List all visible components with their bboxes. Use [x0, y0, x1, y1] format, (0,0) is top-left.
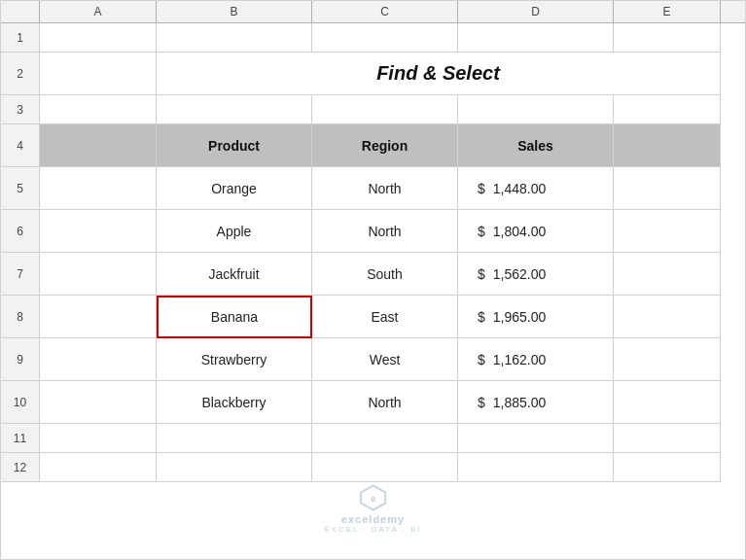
dollar-5: $ [478, 395, 485, 410]
page-title: Find & Select [157, 52, 721, 95]
col-header-a[interactable]: A [40, 1, 157, 22]
cell-sales-3[interactable]: $ 1,965.00 [458, 296, 614, 338]
dollar-1: $ [478, 224, 485, 239]
corner-cell [1, 1, 40, 22]
sales-value-1: 1,804.00 [493, 224, 547, 239]
row-6: 6 Apple North $ 1,804.00 [1, 210, 745, 253]
cell-9a[interactable] [40, 338, 157, 381]
row-num-11: 11 [1, 424, 40, 453]
exceldemy-logo-icon: e [359, 484, 386, 511]
row-9: 9 Strawberry West $ 1,162.00 [1, 338, 745, 381]
col-header-d[interactable]: D [458, 1, 614, 22]
cell-product-1[interactable]: Apple [157, 210, 312, 253]
row-num-4: 4 [1, 124, 40, 167]
cell-11c[interactable] [312, 424, 458, 453]
row-num-8: 8 [1, 296, 40, 338]
cell-11d[interactable] [458, 424, 614, 453]
sales-value-2: 1,562.00 [493, 266, 547, 282]
cell-product-4[interactable]: Strawberry [157, 338, 312, 381]
cell-product-0[interactable]: Orange [157, 167, 312, 210]
cell-product-3-highlighted[interactable]: Banana [157, 296, 312, 338]
cell-1b[interactable] [157, 23, 312, 52]
row-num-10: 10 [1, 381, 40, 424]
row-num-6: 6 [1, 210, 40, 253]
row-num-9: 9 [1, 338, 40, 381]
row-4-header: 4 Product Region Sales [1, 124, 745, 167]
cell-6e[interactable] [614, 210, 721, 253]
row-5: 5 Orange North $ 1,448.00 [1, 167, 745, 210]
sales-value-0: 1,448.00 [493, 181, 547, 196]
cell-region-3[interactable]: East [312, 296, 458, 338]
sales-value-3: 1,965.00 [493, 309, 547, 325]
col-header-e[interactable]: E [614, 1, 721, 22]
cell-region-4[interactable]: West [312, 338, 458, 381]
watermark-sub: EXCEL · DATA · BI [324, 525, 422, 534]
row-num-3: 3 [1, 95, 40, 124]
cell-sales-4[interactable]: $ 1,162.00 [458, 338, 614, 381]
cell-1a[interactable] [40, 23, 157, 52]
cell-12d[interactable] [458, 453, 614, 482]
cell-1d[interactable] [458, 23, 614, 52]
col-product-header[interactable]: Product [157, 124, 312, 167]
row-num-2: 2 [1, 52, 40, 95]
cell-sales-0[interactable]: $ 1,448.00 [458, 167, 614, 210]
cell-3e[interactable] [614, 95, 721, 124]
cell-11e[interactable] [614, 424, 721, 453]
sales-value-4: 1,162.00 [493, 352, 547, 368]
row-12: 12 [1, 453, 745, 482]
svg-text:e: e [371, 494, 375, 504]
cell-12b[interactable] [157, 453, 312, 482]
cell-1e[interactable] [614, 23, 721, 52]
spreadsheet-body: 1 2 Find & Select 3 4 Product Re [1, 23, 745, 559]
row-num-7: 7 [1, 253, 40, 296]
cell-7e[interactable] [614, 253, 721, 296]
cell-2a[interactable] [40, 52, 157, 95]
cell-10a[interactable] [40, 381, 157, 424]
cell-3d[interactable] [458, 95, 614, 124]
cell-product-2[interactable]: Jackfruit [157, 253, 312, 296]
cell-4e[interactable] [614, 124, 721, 167]
cell-sales-2[interactable]: $ 1,562.00 [458, 253, 614, 296]
dollar-3: $ [478, 309, 485, 325]
cell-region-5[interactable]: North [312, 381, 458, 424]
cell-5e[interactable] [614, 167, 721, 210]
cell-8e[interactable] [614, 296, 721, 338]
cell-1c[interactable] [312, 23, 458, 52]
cell-product-5[interactable]: Blackberry [157, 381, 312, 424]
cell-region-1[interactable]: North [312, 210, 458, 253]
cell-8a[interactable] [40, 296, 157, 338]
cell-6a[interactable] [40, 210, 157, 253]
cell-3c[interactable] [312, 95, 458, 124]
col-header-c[interactable]: C [312, 1, 458, 22]
row-7: 7 Jackfruit South $ 1,562.00 [1, 253, 745, 296]
dollar-4: $ [478, 352, 485, 368]
cell-11b[interactable] [157, 424, 312, 453]
cell-region-0[interactable]: North [312, 167, 458, 210]
col-sales-header[interactable]: Sales [458, 124, 614, 167]
cell-5a[interactable] [40, 167, 157, 210]
cell-11a[interactable] [40, 424, 157, 453]
cell-sales-1[interactable]: $ 1,804.00 [458, 210, 614, 253]
cell-sales-5[interactable]: $ 1,885.00 [458, 381, 614, 424]
cell-4a[interactable] [40, 124, 157, 167]
sales-value-5: 1,885.00 [493, 395, 547, 410]
row-num-12: 12 [1, 453, 40, 482]
row-11: 11 [1, 424, 745, 453]
cell-12c[interactable] [312, 453, 458, 482]
cell-3b[interactable] [157, 95, 312, 124]
cell-12e[interactable] [614, 453, 721, 482]
cell-9e[interactable] [614, 338, 721, 381]
watermark-name: exceldemy [341, 513, 405, 525]
cell-3a[interactable] [40, 95, 157, 124]
watermark: e exceldemy EXCEL · DATA · BI [324, 484, 422, 534]
row-1: 1 [1, 23, 745, 52]
cell-region-2[interactable]: South [312, 253, 458, 296]
cell-12a[interactable] [40, 453, 157, 482]
cell-10e[interactable] [614, 381, 721, 424]
row-num-5: 5 [1, 167, 40, 210]
col-region-header[interactable]: Region [312, 124, 458, 167]
col-header-b[interactable]: B [157, 1, 312, 22]
dollar-0: $ [478, 181, 485, 196]
row-num-1: 1 [1, 23, 40, 52]
cell-7a[interactable] [40, 253, 157, 296]
